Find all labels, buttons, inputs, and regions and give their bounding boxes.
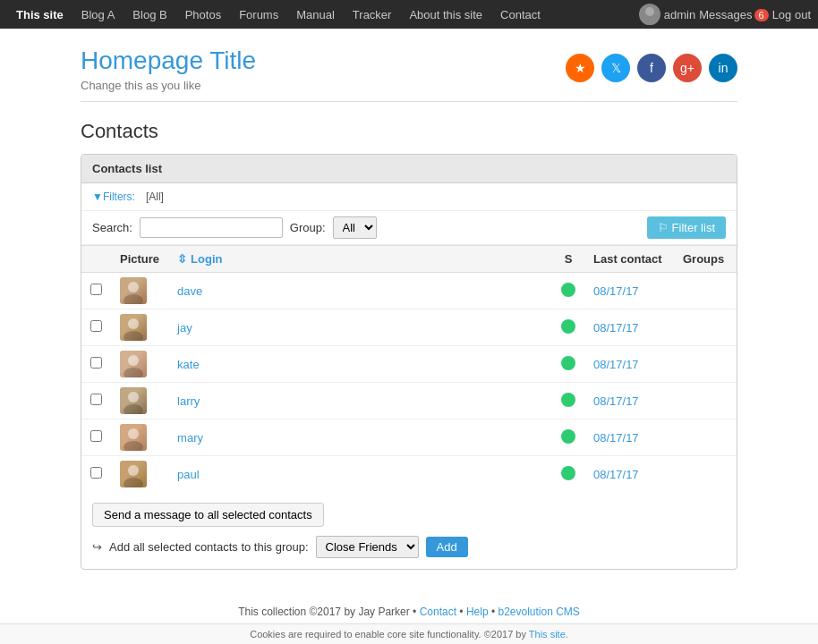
nav-item-thissite[interactable]: This site <box>7 3 72 27</box>
row-checkbox[interactable] <box>90 394 102 405</box>
last-contact-date[interactable]: 08/17/17 <box>593 358 639 371</box>
contact-link[interactable]: paul <box>177 468 200 481</box>
row-checkbox[interactable] <box>90 430 102 442</box>
cookie-text: Cookies are required to enable core site… <box>250 629 526 640</box>
svg-point-12 <box>128 465 139 476</box>
status-icon <box>561 319 575 334</box>
last-contact-date[interactable]: 08/17/17 <box>593 321 639 335</box>
avatar <box>639 4 660 25</box>
contact-link[interactable]: jay <box>177 321 192 335</box>
row-checkbox[interactable] <box>90 467 102 479</box>
row-status-cell <box>552 309 584 346</box>
svg-point-2 <box>128 282 139 292</box>
contact-link[interactable]: mary <box>177 431 203 445</box>
th-lastcontact: Last contact <box>584 246 674 273</box>
contact-avatar <box>120 387 147 414</box>
svg-point-3 <box>124 294 143 304</box>
row-checkbox-cell <box>81 309 111 346</box>
nav-item-tracker[interactable]: Tracker <box>344 3 401 27</box>
th-status: S <box>552 246 584 273</box>
contact-link[interactable]: kate <box>177 358 200 371</box>
svg-point-6 <box>128 355 139 366</box>
messages-badge: 6 <box>754 9 769 21</box>
nav-item-aboutsite[interactable]: About this site <box>400 3 491 27</box>
row-groups-cell <box>674 309 737 346</box>
sort-icon: ⇳ <box>177 252 187 266</box>
row-lastcontact-cell: 08/17/17 <box>584 383 674 419</box>
contacts-box: Contacts list ▼Filters: [All] Search: Gr… <box>81 154 737 570</box>
contacts-box-header: Contacts list <box>81 155 737 183</box>
svg-point-0 <box>645 7 654 16</box>
row-avatar-cell <box>111 346 168 383</box>
nav-item-contact[interactable]: Contact <box>491 3 550 27</box>
twitter-icon[interactable]: 𝕏 <box>601 54 630 82</box>
svg-point-7 <box>124 368 143 377</box>
table-row: kate 08/17/17 <box>81 346 737 383</box>
contact-link[interactable]: larry <box>177 394 200 408</box>
row-login-cell: jay <box>168 309 552 346</box>
row-lastcontact-cell: 08/17/17 <box>584 419 674 456</box>
row-checkbox-cell <box>81 456 111 493</box>
filter-button[interactable]: ⚐ Filter list <box>647 216 726 239</box>
add-group-label: Add all selected contacts to this group: <box>109 540 309 554</box>
nav-item-blogb[interactable]: Blog B <box>124 3 175 27</box>
nav-item-forums[interactable]: Forums <box>230 3 287 27</box>
row-groups-cell <box>674 383 737 419</box>
row-checkbox-cell <box>81 383 111 419</box>
svg-point-11 <box>124 441 143 451</box>
cookie-link[interactable]: This site. <box>529 629 568 640</box>
contact-avatar <box>120 314 147 341</box>
nav-item-bloga[interactable]: Blog A <box>72 3 124 27</box>
contacts-table: Picture ⇳ Login S Last contact Groups <box>81 245 737 492</box>
last-contact-date[interactable]: 08/17/17 <box>593 431 639 445</box>
nav-username[interactable]: admin <box>664 8 695 21</box>
row-checkbox[interactable] <box>90 284 102 295</box>
nav-item-manual[interactable]: Manual <box>287 3 344 27</box>
row-avatar-cell <box>111 383 168 419</box>
footer-contact-link[interactable]: Contact <box>420 606 456 618</box>
group-select[interactable]: All <box>333 216 377 239</box>
th-login[interactable]: ⇳ Login <box>168 246 552 273</box>
last-contact-date[interactable]: 08/17/17 <box>593 394 639 408</box>
table-row: dave 08/17/17 <box>81 273 737 309</box>
row-groups-cell <box>674 456 737 493</box>
add-button[interactable]: Add <box>426 537 468 557</box>
search-row: Search: Group: All ⚐ Filter list <box>81 211 737 245</box>
contact-avatar <box>120 277 147 304</box>
filters-toggle[interactable]: ▼Filters: <box>92 191 135 203</box>
row-avatar-cell <box>111 419 168 456</box>
navbar: This site Blog A Blog B Photos Forums Ma… <box>0 0 818 29</box>
row-groups-cell <box>674 273 737 309</box>
header-left: Homepage Title Change this as you like <box>81 47 256 92</box>
row-groups-cell <box>674 419 737 456</box>
th-groups: Groups <box>674 246 737 273</box>
row-status-cell <box>552 456 584 493</box>
last-contact-date[interactable]: 08/17/17 <box>593 284 639 298</box>
th-picture: Picture <box>111 246 168 273</box>
footer-cms-link[interactable]: b2evolution CMS <box>498 606 579 618</box>
logout-button[interactable]: Log out <box>772 8 811 21</box>
send-message-button[interactable]: Send a message to all selected contacts <box>92 503 324 527</box>
footer-help-link[interactable]: Help <box>466 606 489 618</box>
facebook-icon[interactable]: f <box>637 54 666 82</box>
table-row: larry 08/17/17 <box>81 383 737 419</box>
row-checkbox[interactable] <box>90 320 102 332</box>
linkedin-icon[interactable]: in <box>709 54 737 82</box>
nav-item-photos[interactable]: Photos <box>176 3 230 27</box>
row-avatar-cell <box>111 309 168 346</box>
row-groups-cell <box>674 346 737 383</box>
google-icon[interactable]: g+ <box>673 54 702 82</box>
search-input[interactable] <box>140 217 283 238</box>
status-icon <box>561 283 575 297</box>
rss-icon[interactable]: ★ <box>566 54 594 82</box>
contact-link[interactable]: dave <box>177 284 202 298</box>
add-group-select[interactable]: Close Friends <box>316 536 419 558</box>
contact-avatar <box>120 461 147 487</box>
row-status-cell <box>552 346 584 383</box>
row-checkbox[interactable] <box>90 357 102 369</box>
site-subtitle: Change this as you like <box>81 79 256 92</box>
table-row: mary 08/17/17 <box>81 419 737 456</box>
messages-link[interactable]: Messages6 <box>699 8 768 21</box>
row-checkbox-cell <box>81 346 111 383</box>
last-contact-date[interactable]: 08/17/17 <box>593 468 639 481</box>
